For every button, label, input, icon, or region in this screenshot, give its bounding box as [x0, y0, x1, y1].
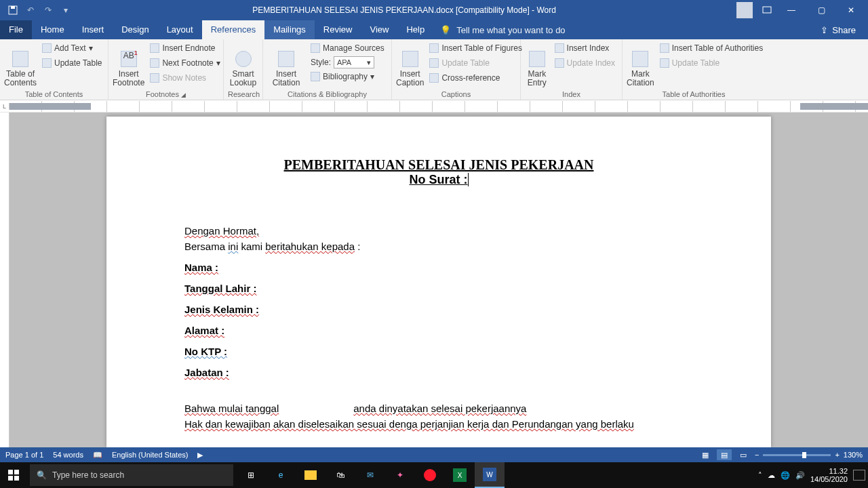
tab-insert[interactable]: Insert — [73, 20, 113, 39]
insert-endnote-button[interactable]: Insert Endnote — [147, 41, 222, 55]
tab-references[interactable]: References — [202, 20, 264, 39]
word-count[interactable]: 54 words — [53, 451, 83, 459]
tab-file[interactable]: File — [0, 20, 32, 39]
title-bar: ↶ ↷ ▾ PEMBERITAHUAN SELESAI JENIS PEKERJ… — [0, 0, 868, 20]
search-icon: 🔍 — [37, 470, 47, 480]
start-button[interactable] — [0, 462, 27, 488]
add-text-button[interactable]: Add Text ▾ — [39, 41, 105, 55]
tab-review[interactable]: Review — [315, 20, 361, 39]
insert-index-button[interactable]: Insert Index — [552, 41, 618, 55]
insert-toa-button[interactable]: Insert Table of Authorities — [657, 41, 766, 55]
style-value: APA — [337, 58, 351, 66]
update-table-label: Update Table — [54, 58, 102, 68]
undo-icon[interactable]: ↶ — [24, 4, 37, 16]
maximize-button[interactable]: ▢ — [811, 0, 831, 20]
field-jabatan: Jabatan : — [184, 367, 693, 378]
insert-citation-label: Insert Citation — [273, 70, 300, 87]
word-app[interactable]: W — [475, 462, 505, 488]
tab-help[interactable]: Help — [397, 20, 433, 39]
bulb-icon: 💡 — [440, 25, 451, 35]
share-button[interactable]: ⇪ Share — [821, 25, 868, 35]
insert-caption-button[interactable]: Insert Caption — [396, 41, 424, 87]
svg-rect-5 — [8, 476, 13, 481]
group-toc-label: Table of Contents — [4, 90, 104, 100]
mark-entry-button[interactable]: Mark Entry — [525, 41, 549, 87]
tab-layout[interactable]: Layout — [158, 20, 202, 39]
cross-ref-button[interactable]: Cross-reference — [427, 71, 525, 85]
tray-volume-icon[interactable]: 🔊 — [795, 471, 805, 480]
taskbar: 🔍Type here to search ⊞ e 🛍 ✉ ✦ X W ˄ ☁ 🌐… — [0, 462, 868, 488]
svg-rect-4 — [14, 470, 19, 474]
window-title: PEMBERITAHUAN SELESAI JENIS PEKERJAAN.do… — [72, 5, 736, 15]
share-icon: ⇪ — [821, 25, 828, 35]
status-bar: Page 1 of 1 54 words 📖 English (United S… — [0, 447, 868, 462]
toc-button[interactable]: Table of Contents — [4, 41, 37, 87]
excel-app[interactable]: X — [445, 462, 475, 488]
bibliography-label: Bibliography — [323, 72, 368, 81]
taskbar-search[interactable]: 🔍Type here to search — [30, 464, 233, 486]
tray-network-icon[interactable]: 🌐 — [781, 471, 790, 480]
page[interactable]: PEMBERITAHUAN SELESAI JENIS PEKERJAAN No… — [106, 117, 771, 447]
read-mode-button[interactable]: ▦ — [698, 449, 713, 460]
svg-rect-2 — [763, 7, 771, 13]
insert-citation-button[interactable]: Insert Citation — [267, 41, 305, 87]
tab-mailings[interactable]: Mailings — [264, 20, 315, 39]
page-count[interactable]: Page 1 of 1 — [5, 451, 43, 459]
tray-onedrive-icon[interactable]: ☁ — [768, 471, 775, 480]
update-tof-label: Update Table — [441, 58, 490, 68]
tell-me-search[interactable]: 💡 Tell me what you want to do — [440, 25, 565, 35]
smart-lookup-button[interactable]: Smart Lookup — [228, 41, 258, 87]
language-status[interactable]: English (United States) — [112, 451, 189, 459]
update-index-label: Update Index — [567, 58, 615, 68]
task-view-button[interactable]: ⊞ — [236, 462, 266, 488]
update-tof-button: Update Table — [427, 56, 525, 70]
tray-chevron-icon[interactable]: ˄ — [758, 471, 762, 480]
update-table-button[interactable]: Update Table — [39, 56, 105, 70]
h-ruler[interactable] — [9, 101, 868, 112]
update-toa-button: Update Table — [657, 56, 766, 70]
store-app[interactable]: 🛍 — [326, 462, 355, 488]
account-avatar[interactable] — [736, 2, 753, 18]
field-alamat: Alamat : — [184, 325, 693, 336]
zoom-slider[interactable] — [763, 454, 831, 456]
bibliography-button[interactable]: Bibliography ▾ — [308, 70, 387, 83]
insert-tof-button[interactable]: Insert Table of Figures — [427, 41, 525, 55]
v-ruler[interactable] — [0, 113, 9, 447]
zoom-out-button[interactable]: − — [755, 451, 759, 459]
explorer-app[interactable] — [296, 462, 326, 488]
tab-view[interactable]: View — [361, 20, 397, 39]
show-notes-label: Show Notes — [162, 73, 206, 83]
manage-sources-button[interactable]: Manage Sources — [308, 41, 387, 55]
mark-citation-button[interactable]: Mark Citation — [627, 41, 654, 87]
qat-more-icon[interactable]: ▾ — [60, 4, 72, 16]
spell-check-icon[interactable]: 📖 — [93, 451, 102, 460]
ruler-corner: L — [0, 103, 9, 110]
group-research-label: Research — [228, 90, 258, 100]
menu-bar: File Home Insert Design Layout Reference… — [0, 20, 868, 39]
zoom-in-button[interactable]: + — [835, 451, 839, 459]
minimize-button[interactable]: — — [781, 0, 802, 20]
print-layout-button[interactable]: ▤ — [717, 449, 732, 460]
tab-design[interactable]: Design — [113, 20, 157, 39]
action-app[interactable]: ✦ — [385, 462, 415, 488]
insert-footnote-button[interactable]: 1ABInsert Footnote — [113, 41, 144, 87]
style-select[interactable]: APA▾ — [334, 56, 374, 68]
zoom-level[interactable]: 130% — [844, 451, 863, 459]
tray-notifications-icon[interactable] — [853, 470, 865, 481]
close-button[interactable]: ✕ — [841, 0, 861, 20]
cross-ref-label: Cross-reference — [441, 73, 500, 83]
next-footnote-label: Next Footnote — [162, 58, 213, 68]
ribbon-display-icon[interactable] — [762, 6, 772, 14]
opera-app[interactable] — [415, 462, 445, 488]
web-layout-button[interactable]: ▭ — [736, 449, 751, 460]
group-citations-label: Citations & Bibliography — [267, 90, 387, 100]
macro-icon[interactable]: ▶ — [197, 451, 203, 460]
save-icon[interactable] — [7, 4, 19, 16]
group-captions-label: Captions — [396, 90, 516, 100]
tab-home[interactable]: Home — [32, 20, 73, 39]
mail-app[interactable]: ✉ — [355, 462, 385, 488]
next-footnote-button[interactable]: Next Footnote ▾ — [147, 56, 222, 70]
edge-app[interactable]: e — [266, 462, 296, 488]
tray-clock[interactable]: 11.3214/05/2020 — [810, 467, 848, 483]
redo-icon[interactable]: ↷ — [42, 4, 54, 16]
